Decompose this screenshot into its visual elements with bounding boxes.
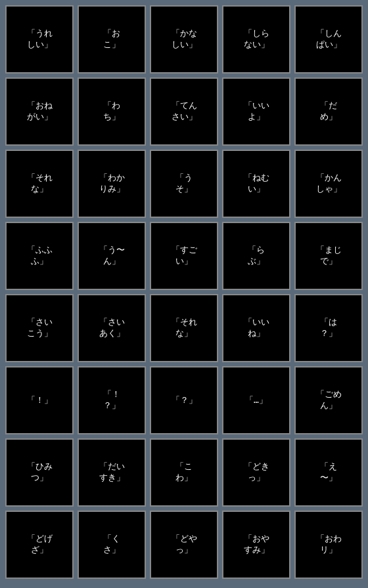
sticker-label: 「すご い」 <box>172 245 197 267</box>
sticker-label: 「！」 <box>27 395 53 406</box>
sticker-item[interactable]: 「いい よ」 <box>222 77 290 146</box>
sticker-item[interactable]: 「こ わ」 <box>150 438 218 507</box>
sticker-item[interactable]: 「？」 <box>150 366 218 434</box>
sticker-label: 「しん ぱい」 <box>316 28 342 51</box>
sticker-item[interactable]: 「！ ？」 <box>78 366 146 434</box>
sticker-label: 「さい あく」 <box>99 317 125 339</box>
sticker-label: 「こ わ」 <box>175 461 193 484</box>
sticker-item[interactable]: 「かな しい」 <box>150 5 218 74</box>
sticker-item[interactable]: 「おね がい」 <box>5 77 74 146</box>
sticker-item[interactable]: 「だい すき」 <box>78 438 146 507</box>
sticker-item[interactable]: 「しら ない」 <box>222 5 290 74</box>
sticker-label: 「どや っ」 <box>172 534 197 556</box>
sticker-label: 「ふふ ふ」 <box>27 245 53 267</box>
sticker-item[interactable]: 「く さ」 <box>78 511 146 579</box>
sticker-item[interactable]: 「かん しゃ」 <box>294 150 363 218</box>
sticker-item[interactable]: 「え 〜」 <box>294 438 363 507</box>
sticker-item[interactable]: 「ごめ ん」 <box>294 366 363 434</box>
sticker-item[interactable]: 「わか りみ」 <box>78 150 146 218</box>
sticker-item[interactable]: 「お こ」 <box>78 5 146 74</box>
sticker-label: 「おわ リ」 <box>316 534 342 556</box>
sticker-label: 「さい こう」 <box>27 317 53 339</box>
sticker-label: 「どげ ざ」 <box>27 534 53 556</box>
sticker-label: 「く さ」 <box>103 534 120 556</box>
sticker-item[interactable]: 「ひみ つ」 <box>5 438 74 507</box>
sticker-label: 「ら ぶ」 <box>248 245 265 267</box>
sticker-label: 「おね がい」 <box>27 100 53 123</box>
sticker-item[interactable]: 「それ な」 <box>150 294 218 362</box>
sticker-label: 「いい ね」 <box>244 317 269 339</box>
sticker-label: 「？」 <box>172 395 197 406</box>
sticker-item[interactable]: 「わ ち」 <box>78 77 146 146</box>
sticker-item[interactable]: 「ねむ い」 <box>222 150 290 218</box>
sticker-label: 「ひみ つ」 <box>27 461 53 484</box>
sticker-label: 「ねむ い」 <box>244 173 269 195</box>
sticker-item[interactable]: 「う〜 ん」 <box>78 222 146 290</box>
sticker-item[interactable]: 「おや すみ」 <box>222 511 290 579</box>
sticker-item[interactable]: 「だ め」 <box>294 77 363 146</box>
sticker-label: 「かん しゃ」 <box>316 173 342 195</box>
sticker-item[interactable]: 「は ？」 <box>294 294 363 362</box>
sticker-label: 「おや すみ」 <box>244 534 269 556</box>
sticker-label: 「だい すき」 <box>99 461 125 484</box>
sticker-item[interactable]: 「！」 <box>5 366 74 434</box>
sticker-label: 「！ ？」 <box>103 389 120 411</box>
sticker-item[interactable]: 「う そ」 <box>150 150 218 218</box>
sticker-item[interactable]: 「すご い」 <box>150 222 218 290</box>
sticker-label: 「は ？」 <box>320 317 337 339</box>
sticker-item[interactable]: 「おわ リ」 <box>294 511 363 579</box>
sticker-item[interactable]: 「どや っ」 <box>150 511 218 579</box>
sticker-item[interactable]: 「しん ぱい」 <box>294 5 363 74</box>
sticker-label: 「まじ で」 <box>316 245 342 267</box>
sticker-item[interactable]: 「ふふ ふ」 <box>5 222 74 290</box>
sticker-item[interactable]: 「どき っ」 <box>222 438 290 507</box>
sticker-label: 「いい よ」 <box>244 100 269 123</box>
sticker-item[interactable]: 「てん さい」 <box>150 77 218 146</box>
sticker-item[interactable]: 「どげ ざ」 <box>5 511 74 579</box>
sticker-item[interactable]: 「…」 <box>222 366 290 434</box>
sticker-item[interactable]: 「まじ で」 <box>294 222 363 290</box>
sticker-label: 「うれ しい」 <box>27 28 53 51</box>
sticker-label: 「…」 <box>245 395 267 406</box>
sticker-label: 「わ ち」 <box>103 100 120 123</box>
sticker-label: 「ごめ ん」 <box>316 389 342 411</box>
sticker-label: 「わか りみ」 <box>99 173 125 195</box>
sticker-item[interactable]: 「うれ しい」 <box>5 5 74 74</box>
sticker-label: 「だ め」 <box>320 100 337 123</box>
sticker-label: 「う〜 ん」 <box>99 245 125 267</box>
sticker-item[interactable]: 「いい ね」 <box>222 294 290 362</box>
sticker-grid: 「うれ しい」「お こ」「かな しい」「しら ない」「しん ぱい」「おね がい」… <box>5 5 363 579</box>
sticker-label: 「お こ」 <box>103 28 120 51</box>
sticker-label: 「どき っ」 <box>244 461 269 484</box>
sticker-item[interactable]: 「それ な」 <box>5 150 74 218</box>
sticker-label: 「それ な」 <box>172 317 197 339</box>
sticker-item[interactable]: 「さい こう」 <box>5 294 74 362</box>
sticker-item[interactable]: 「さい あく」 <box>78 294 146 362</box>
sticker-item[interactable]: 「ら ぶ」 <box>222 222 290 290</box>
sticker-label: 「それ な」 <box>27 173 53 195</box>
sticker-label: 「う そ」 <box>175 173 193 195</box>
sticker-label: 「しら ない」 <box>244 28 269 51</box>
sticker-label: 「かな しい」 <box>172 28 197 51</box>
sticker-label: 「てん さい」 <box>172 100 197 123</box>
sticker-label: 「え 〜」 <box>320 461 337 484</box>
